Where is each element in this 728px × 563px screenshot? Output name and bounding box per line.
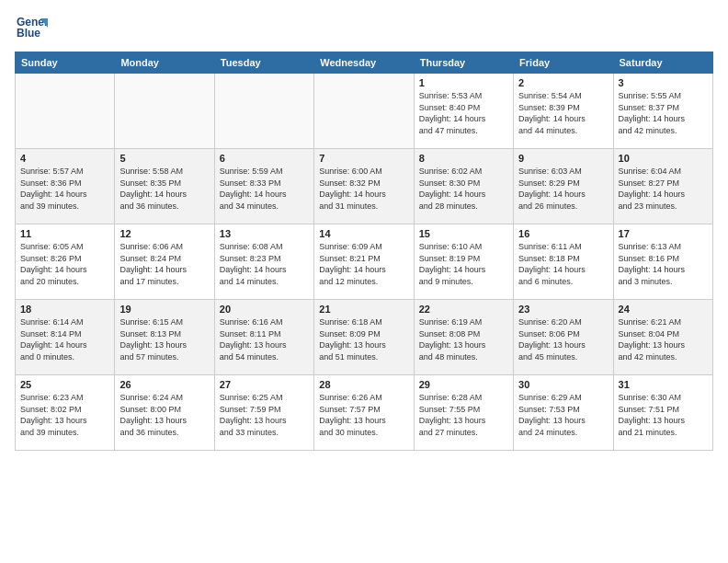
calendar-cell: 1Sunrise: 5:53 AMSunset: 8:40 PMDaylight…	[414, 74, 513, 149]
cell-day-number: 12	[119, 228, 209, 239]
cell-info: Sunrise: 6:26 AMSunset: 7:57 PMDaylight:…	[319, 392, 408, 438]
calendar-cell: 31Sunrise: 6:30 AMSunset: 7:51 PMDayligh…	[613, 375, 712, 451]
calendar-cell: 2Sunrise: 5:54 AMSunset: 8:39 PMDaylight…	[514, 74, 613, 149]
calendar-cell: 12Sunrise: 6:06 AMSunset: 8:24 PMDayligh…	[115, 224, 214, 300]
calendar-cell: 9Sunrise: 6:03 AMSunset: 8:29 PMDaylight…	[514, 149, 613, 224]
svg-text:Blue: Blue	[17, 27, 40, 40]
cell-day-number: 26	[119, 379, 209, 390]
week-row-1: 1Sunrise: 5:53 AMSunset: 8:40 PMDaylight…	[16, 74, 713, 149]
calendar-cell	[16, 74, 115, 149]
cell-day-number: 23	[518, 304, 608, 315]
cell-day-number: 13	[220, 228, 309, 239]
weekday-friday: Friday	[514, 52, 613, 74]
calendar-cell: 21Sunrise: 6:18 AMSunset: 8:09 PMDayligh…	[314, 300, 414, 375]
weekday-sunday: Sunday	[16, 52, 115, 74]
calendar-cell: 25Sunrise: 6:23 AMSunset: 8:02 PMDayligh…	[16, 375, 115, 451]
weekday-wednesday: Wednesday	[314, 52, 414, 74]
calendar-cell: 5Sunrise: 5:58 AMSunset: 8:35 PMDaylight…	[115, 149, 214, 224]
cell-day-number: 31	[619, 379, 708, 390]
calendar-cell: 15Sunrise: 6:10 AMSunset: 8:19 PMDayligh…	[414, 224, 513, 300]
cell-info: Sunrise: 6:25 AMSunset: 7:59 PMDaylight:…	[220, 392, 309, 438]
calendar-table: SundayMondayTuesdayWednesdayThursdayFrid…	[15, 52, 713, 451]
calendar-cell: 13Sunrise: 6:08 AMSunset: 8:23 PMDayligh…	[214, 224, 313, 300]
calendar-cell: 14Sunrise: 6:09 AMSunset: 8:21 PMDayligh…	[314, 224, 414, 300]
cell-day-number: 29	[419, 379, 508, 390]
cell-day-number: 3	[619, 77, 708, 88]
cell-info: Sunrise: 6:09 AMSunset: 8:21 PMDaylight:…	[319, 241, 408, 287]
cell-day-number: 10	[619, 153, 708, 164]
cell-info: Sunrise: 6:21 AMSunset: 8:04 PMDaylight:…	[619, 316, 708, 362]
cell-day-number: 8	[419, 153, 508, 164]
cell-info: Sunrise: 6:03 AMSunset: 8:29 PMDaylight:…	[518, 166, 608, 212]
calendar-cell: 27Sunrise: 6:25 AMSunset: 7:59 PMDayligh…	[214, 375, 313, 451]
cell-day-number: 1	[419, 77, 508, 88]
logo: General Blue	[15, 11, 48, 44]
cell-day-number: 2	[518, 77, 608, 88]
calendar-cell: 18Sunrise: 6:14 AMSunset: 8:14 PMDayligh…	[16, 300, 115, 375]
calendar-cell: 28Sunrise: 6:26 AMSunset: 7:57 PMDayligh…	[314, 375, 414, 451]
weekday-header-row: SundayMondayTuesdayWednesdayThursdayFrid…	[16, 52, 713, 74]
calendar-cell	[214, 74, 313, 149]
cell-day-number: 11	[20, 228, 109, 239]
cell-info: Sunrise: 6:15 AMSunset: 8:13 PMDaylight:…	[119, 316, 209, 362]
calendar-cell: 7Sunrise: 6:00 AMSunset: 8:32 PMDaylight…	[314, 149, 414, 224]
cell-info: Sunrise: 6:10 AMSunset: 8:19 PMDaylight:…	[419, 241, 508, 287]
calendar-cell: 3Sunrise: 5:55 AMSunset: 8:37 PMDaylight…	[613, 74, 712, 149]
week-row-5: 25Sunrise: 6:23 AMSunset: 8:02 PMDayligh…	[16, 375, 713, 451]
cell-day-number: 15	[419, 228, 508, 239]
week-row-2: 4Sunrise: 5:57 AMSunset: 8:36 PMDaylight…	[16, 149, 713, 224]
page: General Blue SundayMondayTuesdayWednesda…	[0, 0, 728, 563]
cell-info: Sunrise: 6:13 AMSunset: 8:16 PMDaylight:…	[619, 241, 708, 287]
cell-info: Sunrise: 6:16 AMSunset: 8:11 PMDaylight:…	[220, 316, 309, 362]
calendar-cell: 29Sunrise: 6:28 AMSunset: 7:55 PMDayligh…	[414, 375, 513, 451]
cell-info: Sunrise: 6:11 AMSunset: 8:18 PMDaylight:…	[518, 241, 608, 287]
calendar-cell: 24Sunrise: 6:21 AMSunset: 8:04 PMDayligh…	[613, 300, 712, 375]
cell-info: Sunrise: 6:05 AMSunset: 8:26 PMDaylight:…	[20, 241, 109, 287]
weekday-saturday: Saturday	[613, 52, 712, 74]
calendar-cell: 8Sunrise: 6:02 AMSunset: 8:30 PMDaylight…	[414, 149, 513, 224]
cell-info: Sunrise: 6:28 AMSunset: 7:55 PMDaylight:…	[419, 392, 508, 438]
cell-day-number: 20	[220, 304, 309, 315]
calendar-cell	[115, 74, 214, 149]
cell-day-number: 24	[619, 304, 708, 315]
cell-info: Sunrise: 6:04 AMSunset: 8:27 PMDaylight:…	[619, 166, 708, 212]
week-row-3: 11Sunrise: 6:05 AMSunset: 8:26 PMDayligh…	[16, 224, 713, 300]
cell-info: Sunrise: 6:30 AMSunset: 7:51 PMDaylight:…	[619, 392, 708, 438]
cell-day-number: 19	[119, 304, 209, 315]
logo-icon: General Blue	[15, 11, 48, 44]
cell-info: Sunrise: 6:24 AMSunset: 8:00 PMDaylight:…	[119, 392, 209, 438]
cell-day-number: 5	[119, 153, 209, 164]
cell-day-number: 25	[20, 379, 109, 390]
cell-day-number: 27	[220, 379, 309, 390]
cell-day-number: 17	[619, 228, 708, 239]
cell-day-number: 21	[319, 304, 408, 315]
cell-info: Sunrise: 6:29 AMSunset: 7:53 PMDaylight:…	[518, 392, 608, 438]
cell-day-number: 28	[319, 379, 408, 390]
cell-day-number: 7	[319, 153, 408, 164]
calendar-cell: 30Sunrise: 6:29 AMSunset: 7:53 PMDayligh…	[514, 375, 613, 451]
cell-day-number: 4	[20, 153, 109, 164]
cell-day-number: 14	[319, 228, 408, 239]
calendar-cell: 20Sunrise: 6:16 AMSunset: 8:11 PMDayligh…	[214, 300, 313, 375]
cell-day-number: 30	[518, 379, 608, 390]
calendar-cell: 26Sunrise: 6:24 AMSunset: 8:00 PMDayligh…	[115, 375, 214, 451]
weekday-tuesday: Tuesday	[214, 52, 313, 74]
calendar-cell: 19Sunrise: 6:15 AMSunset: 8:13 PMDayligh…	[115, 300, 214, 375]
calendar-cell: 17Sunrise: 6:13 AMSunset: 8:16 PMDayligh…	[613, 224, 712, 300]
calendar-cell: 11Sunrise: 6:05 AMSunset: 8:26 PMDayligh…	[16, 224, 115, 300]
cell-day-number: 6	[220, 153, 309, 164]
cell-info: Sunrise: 5:58 AMSunset: 8:35 PMDaylight:…	[119, 166, 209, 212]
cell-info: Sunrise: 6:06 AMSunset: 8:24 PMDaylight:…	[119, 241, 209, 287]
calendar-cell: 23Sunrise: 6:20 AMSunset: 8:06 PMDayligh…	[514, 300, 613, 375]
calendar-cell: 4Sunrise: 5:57 AMSunset: 8:36 PMDaylight…	[16, 149, 115, 224]
cell-day-number: 22	[419, 304, 508, 315]
cell-day-number: 16	[518, 228, 608, 239]
weekday-thursday: Thursday	[414, 52, 513, 74]
calendar-cell	[314, 74, 414, 149]
calendar-cell: 22Sunrise: 6:19 AMSunset: 8:08 PMDayligh…	[414, 300, 513, 375]
cell-info: Sunrise: 6:19 AMSunset: 8:08 PMDaylight:…	[419, 316, 508, 362]
cell-info: Sunrise: 6:20 AMSunset: 8:06 PMDaylight:…	[518, 316, 608, 362]
calendar-cell: 16Sunrise: 6:11 AMSunset: 8:18 PMDayligh…	[514, 224, 613, 300]
header: General Blue	[15, 11, 713, 44]
cell-info: Sunrise: 6:18 AMSunset: 8:09 PMDaylight:…	[319, 316, 408, 362]
